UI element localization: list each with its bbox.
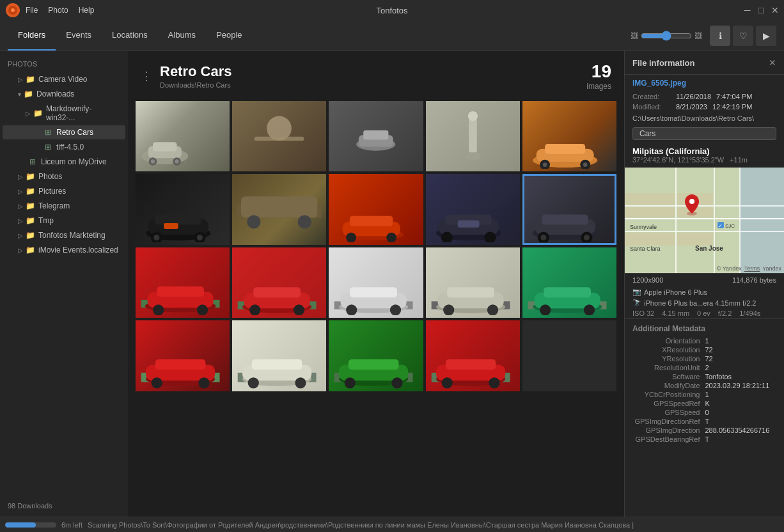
svg-point-78	[487, 304, 498, 315]
photo-item[interactable]	[232, 174, 326, 244]
menu-help[interactable]: Help	[79, 6, 95, 15]
photo-item[interactable]	[232, 247, 326, 318]
svg-rect-34	[241, 197, 317, 218]
slideshow-button[interactable]: ▶	[756, 26, 776, 46]
svg-point-22	[543, 162, 547, 167]
photo-item[interactable]	[522, 174, 616, 244]
meta-label: GPSSpeedRef	[632, 400, 704, 407]
photo-item[interactable]	[522, 247, 616, 318]
photo-item[interactable]	[136, 247, 230, 318]
sidebar-item-retro-cars[interactable]: ⊞ Retro Cars	[3, 125, 125, 139]
menu-photo[interactable]: Photo	[48, 6, 68, 15]
photo-item[interactable]	[329, 320, 423, 391]
photo-header-left: Retro Cars Downloads\Retro Cars	[160, 63, 231, 89]
meta-label: YCbCrPositioning	[632, 391, 704, 398]
photo-item[interactable]	[329, 247, 423, 318]
meta-value: 1	[705, 391, 777, 398]
context-menu-button[interactable]: ⋮	[141, 69, 152, 83]
sidebar-item-camera-video[interactable]: ▷ 📁 Camera Video	[3, 72, 125, 86]
meta-value: Tonfotos	[705, 373, 777, 380]
photo-item[interactable]	[136, 101, 230, 171]
meta-label: GPSImgDirectionRef	[632, 418, 704, 425]
sidebar-label-photos: Photos	[38, 172, 62, 181]
meta-value: 0	[705, 409, 777, 416]
panel-camera-make: 📷 Apple iPhone 6 Plus	[625, 286, 784, 297]
camera-icon: 📷	[632, 288, 641, 296]
svg-point-71	[347, 304, 357, 315]
minimize-button[interactable]: ─	[744, 5, 751, 15]
album-path: Downloads\Retro Cars	[160, 81, 231, 89]
sidebar-item-imovie[interactable]: ▷ 📁 iMovie Events.localized	[3, 243, 125, 257]
photo-item[interactable]	[232, 320, 326, 391]
photo-item[interactable]	[426, 247, 520, 318]
meta-value: T	[705, 418, 777, 425]
svg-rect-100	[349, 359, 399, 370]
svg-point-65	[249, 304, 260, 315]
panel-close-button[interactable]: ✕	[769, 58, 776, 68]
photo-item[interactable]	[329, 101, 423, 171]
sidebar-item-markdownify[interactable]: ▷ 📁 Markdownify-win32-...	[3, 102, 125, 125]
photo-item[interactable]	[136, 320, 230, 391]
photo-item[interactable]	[136, 174, 230, 244]
titlebar: File Photo Help Tonfotos ─ □ ✕	[0, 0, 784, 20]
tab-folders[interactable]: Folders	[8, 20, 56, 51]
sidebar-label-telegram: Telegram	[38, 201, 70, 210]
created-label: Created:	[632, 93, 671, 100]
photo-item[interactable]	[329, 174, 423, 244]
svg-point-2	[11, 8, 15, 12]
location-name: Milpitas (California)	[632, 146, 776, 156]
map-terms-link[interactable]: Terms	[744, 265, 760, 272]
app-logo	[5, 3, 20, 18]
svg-text:San Jose: San Jose	[695, 245, 723, 252]
ev-value: 0 ev	[697, 309, 710, 317]
photo-item[interactable]	[426, 101, 520, 171]
sidebar-item-tiff[interactable]: ⊞ tiff-4.5.0	[3, 140, 125, 154]
zoom-in-icon: 🖼	[694, 31, 702, 40]
photo-area: ⋮ Retro Cars Downloads\Retro Cars 19 ima…	[128, 51, 624, 517]
map-area[interactable]: Sunnyvale Santa Clara San Jose ✓ SJC © Y…	[625, 168, 784, 273]
svg-point-52	[540, 235, 546, 241]
photo-item[interactable]	[426, 320, 520, 391]
sidebar-label-camera-video: Camera Video	[38, 75, 88, 84]
zoom-slider[interactable]	[641, 31, 692, 41]
tab-events[interactable]: Events	[56, 20, 102, 51]
map-attribution: © Yandex Terms Yandex	[717, 265, 781, 272]
sidebar-item-tmp[interactable]: ▷ 📁 Tmp	[3, 214, 125, 228]
meta-label: YResolution	[632, 355, 704, 363]
sidebar-item-liceum[interactable]: ⊞ Liceum on MyDrive	[3, 155, 125, 169]
tab-people[interactable]: People	[206, 20, 252, 51]
svg-rect-88	[155, 359, 206, 370]
folder-icon: 📁	[26, 246, 35, 254]
close-button[interactable]: ✕	[771, 5, 779, 15]
main-area: Photos ▷ 📁 Camera Video ▾ 📁 Downloads ▷ …	[0, 51, 784, 517]
info-button[interactable]: ℹ	[710, 26, 730, 46]
sidebar-label-downloads: Downloads	[36, 90, 74, 98]
photo-item[interactable]	[232, 101, 326, 171]
focal-value: 4.15 mm	[662, 309, 689, 317]
photo-item[interactable]	[522, 320, 616, 391]
svg-rect-118	[625, 207, 675, 217]
favorites-button[interactable]: ♡	[733, 26, 753, 46]
sidebar-item-telegram[interactable]: ▷ 📁 Telegram	[3, 199, 125, 213]
photo-grid	[128, 96, 624, 396]
photo-item[interactable]	[426, 174, 520, 244]
created-date: 11/26/2018	[676, 93, 711, 100]
sidebar-item-pictures[interactable]: ▷ 📁 Pictures	[3, 184, 125, 198]
sidebar-item-photos[interactable]: ▷ 📁 Photos	[3, 169, 125, 184]
sidebar-item-downloads[interactable]: ▾ 📁 Downloads	[3, 87, 125, 101]
folder-icon: 📁	[24, 90, 33, 98]
photo-item[interactable]	[522, 101, 616, 171]
grid-icon: ⊞	[43, 128, 52, 137]
sidebar-item-tonfotos-marketing[interactable]: ▷ 📁 Tonfotos Markteting	[3, 228, 125, 242]
panel-tag-cars[interactable]: Cars	[632, 127, 776, 140]
svg-point-102	[392, 377, 403, 388]
tab-locations[interactable]: Locations	[102, 20, 158, 51]
svg-point-95	[248, 377, 259, 388]
maximize-button[interactable]: □	[758, 5, 764, 15]
svg-point-60	[197, 304, 208, 315]
svg-rect-106	[445, 359, 496, 370]
tab-albums[interactable]: Albums	[158, 20, 206, 51]
svg-rect-11	[255, 136, 304, 140]
menu-file[interactable]: File	[26, 6, 38, 15]
folder-icon: 📁	[26, 172, 35, 181]
